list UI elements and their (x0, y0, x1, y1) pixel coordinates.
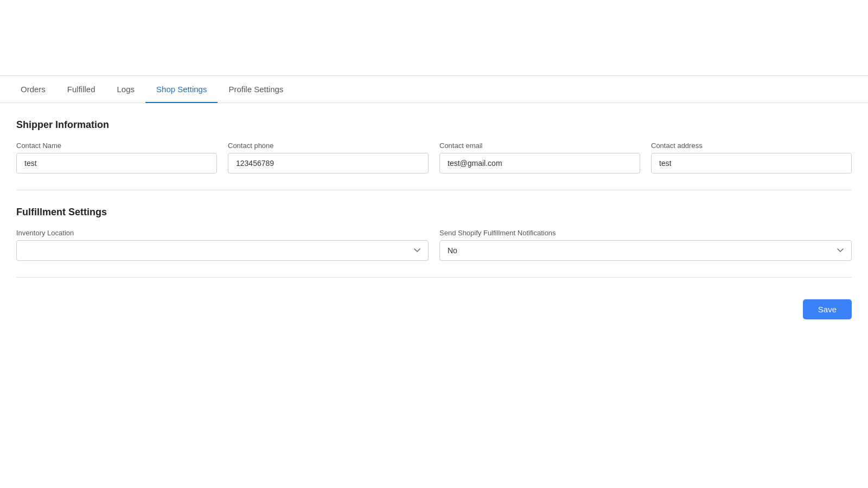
fulfillment-settings-section: Fulfillment Settings Inventory Location … (16, 207, 852, 278)
tab-shop-settings[interactable]: Shop Settings (145, 76, 218, 103)
tab-orders[interactable]: Orders (16, 76, 56, 103)
contact-name-group: Contact Name (16, 142, 217, 174)
inventory-location-group: Inventory Location (16, 229, 429, 261)
top-bar (0, 0, 868, 76)
contact-address-label: Contact address (651, 142, 852, 150)
shipper-information-section: Shipper Information Contact Name Contact… (16, 119, 852, 190)
shipper-form-row: Contact Name Contact phone Contact email… (16, 142, 852, 174)
contact-address-group: Contact address (651, 142, 852, 174)
contact-name-label: Contact Name (16, 142, 217, 150)
notifications-label: Send Shopify Fulfillment Notifications (439, 229, 852, 237)
notifications-select[interactable]: No Yes (439, 240, 852, 261)
contact-phone-label: Contact phone (228, 142, 429, 150)
main-content: Shipper Information Contact Name Contact… (0, 103, 868, 336)
tab-fulfilled[interactable]: Fulfilled (56, 76, 106, 103)
contact-phone-group: Contact phone (228, 142, 429, 174)
tabs-nav: Orders Fulfilled Logs Shop Settings Prof… (0, 76, 868, 103)
contact-name-input[interactable] (16, 153, 217, 174)
contact-email-input[interactable] (439, 153, 640, 174)
contact-phone-input[interactable] (228, 153, 429, 174)
footer-row: Save (16, 294, 852, 319)
shipper-section-title: Shipper Information (16, 119, 852, 131)
tab-logs[interactable]: Logs (106, 76, 146, 103)
tab-profile-settings[interactable]: Profile Settings (218, 76, 294, 103)
contact-address-input[interactable] (651, 153, 852, 174)
notifications-group: Send Shopify Fulfillment Notifications N… (439, 229, 852, 261)
fulfillment-form-row: Inventory Location Send Shopify Fulfillm… (16, 229, 852, 261)
inventory-location-label: Inventory Location (16, 229, 429, 237)
contact-email-group: Contact email (439, 142, 640, 174)
inventory-location-select[interactable] (16, 240, 429, 261)
save-button[interactable]: Save (803, 299, 852, 319)
fulfillment-section-title: Fulfillment Settings (16, 207, 852, 218)
contact-email-label: Contact email (439, 142, 640, 150)
